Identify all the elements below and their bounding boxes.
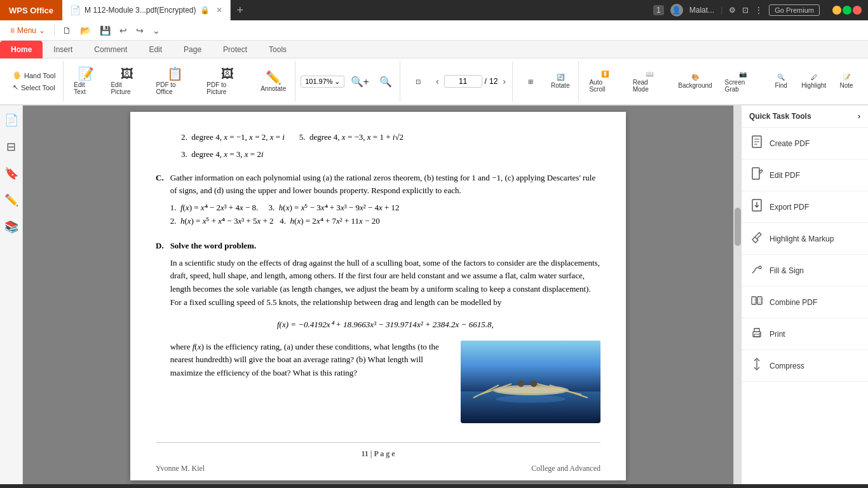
read-mode-label: Read Mode — [633, 79, 666, 93]
fit-page-icon: ⊡ — [416, 78, 421, 85]
export-pdf-item[interactable]: Export PDF — [742, 191, 868, 223]
view-group: ⊞ 🔄 Rotate — [514, 61, 579, 102]
menu-label: Menu — [17, 26, 36, 35]
redo-icon[interactable]: ↪ — [132, 23, 147, 38]
spread-view-button[interactable]: ⊞ — [518, 76, 543, 88]
save-icon[interactable]: 💾 — [96, 23, 114, 38]
edit-pdf-item[interactable]: Edit PDF — [742, 159, 868, 191]
footer-left: Yvonne M. Kiel — [156, 463, 205, 475]
zoom-in-button[interactable]: 🔍+ — [347, 74, 373, 89]
screen-grab-button[interactable]: 📷 Screen Grab — [720, 68, 766, 95]
auto-scroll-button[interactable]: ⏬ Auto Scroll — [584, 68, 625, 95]
page-number-input[interactable] — [444, 75, 482, 88]
create-pdf-label: Create PDF — [770, 139, 810, 148]
undo-redo-group: 🗋 📂 💾 ↩ ↪ ⌄ — [58, 23, 164, 38]
section-d-label: D. — [156, 240, 164, 423]
sidebar-thumbnail-icon[interactable]: ⊟ — [4, 137, 18, 156]
zoom-selector[interactable]: 101.97% ⌄ — [301, 76, 344, 88]
fit-page-button[interactable]: ⊡ — [405, 76, 431, 88]
edit-picture-label: Edit Picture — [111, 81, 143, 95]
search-icon: 🔍 — [777, 74, 785, 81]
fill-sign-label: Fill & Sign — [770, 266, 804, 275]
scrollbar-thumb[interactable] — [735, 208, 741, 246]
edit-text-icon: 📝 — [78, 67, 94, 80]
new-file-icon[interactable]: 🗋 — [58, 23, 75, 38]
document-tab[interactable]: 📄 M 112-Module 3...pdf(Encrypted) 🔒 ✕ — [62, 0, 230, 20]
add-tab-button[interactable]: + — [231, 4, 250, 17]
tab-close-icon[interactable]: ✕ — [216, 6, 222, 15]
go-premium-button[interactable]: Go Premium — [769, 4, 820, 16]
titlebar: WPS Office 📄 M 112-Module 3...pdf(Encryp… — [0, 0, 868, 20]
prev-page-button[interactable]: ‹ — [433, 75, 442, 88]
svg-point-10 — [496, 395, 566, 403]
print-item[interactable]: Print — [742, 318, 868, 350]
next-page-button[interactable]: › — [500, 75, 508, 88]
tab-tools[interactable]: Tools — [258, 41, 297, 58]
tab-insert[interactable]: Insert — [43, 41, 83, 58]
section-c-item2: 2. h(x) = x⁵ + x⁴ − 3x³ + 5x + 2 4. h(x)… — [170, 215, 600, 228]
section-c-item1: 1. f(x) = x⁴ − 2x³ + 4x − 8. 3. h(x) = x… — [170, 201, 600, 215]
create-pdf-item[interactable]: Create PDF — [742, 128, 868, 159]
menu-toggle[interactable]: ≡ Menu ⌄ — [5, 24, 50, 37]
edit-picture-button[interactable]: 🖼 Edit Picture — [105, 65, 148, 98]
zoom-value: 101.97% — [305, 78, 332, 85]
background-button[interactable]: 🎨 Background — [673, 71, 717, 92]
open-file-icon[interactable]: 📂 — [76, 23, 95, 38]
tab-edit[interactable]: Edit — [138, 41, 173, 58]
tab-encrypt-icon: 🔒 — [200, 6, 210, 15]
pdf-scroll-area[interactable]: 2. degree 4, x = −1, x = 2, x = i 5. deg… — [23, 105, 733, 484]
sidebar-annotation-icon[interactable]: ✏️ — [2, 191, 21, 210]
statusbar: ☰ ‹ « /12 › » 📋 👁 ⊡ ⊞ ▶ 📋 📋 📋 − + 102% ⛶ — [0, 484, 868, 488]
more-icon[interactable]: ⌄ — [149, 23, 164, 38]
maximize-button[interactable] — [843, 6, 851, 15]
quick-task-title: Quick Task Tools — [749, 112, 811, 121]
annotate-icon: ✏️ — [266, 71, 281, 84]
auto-scroll-label: Auto Scroll — [589, 79, 620, 93]
panel-expand-icon[interactable]: › — [858, 112, 860, 121]
pdf-to-picture-button[interactable]: 🖼 PDF to Picture — [201, 65, 253, 98]
annotate-button[interactable]: ✏️ Annotate — [255, 69, 291, 95]
zoom-out-button[interactable]: 🔍 — [376, 74, 396, 89]
tab-comment[interactable]: Comment — [83, 41, 138, 58]
hamburger-icon: ≡ — [10, 26, 15, 35]
minimize-button[interactable] — [832, 6, 841, 15]
sidebar-layer-icon[interactable]: 📚 — [2, 217, 21, 236]
combine-pdf-item[interactable]: 三三 Combine PDF — [742, 287, 868, 318]
select-tool-button[interactable]: ↖ Select Tool — [9, 82, 59, 93]
page-nav-group: ⊡ ‹ / 12 › — [402, 61, 513, 102]
highlight-button[interactable]: 🖊 Highlight — [796, 71, 831, 92]
wps-logo[interactable]: WPS Office — [0, 0, 62, 20]
sidebar-page-icon[interactable]: 📄 — [2, 111, 21, 130]
close-button[interactable] — [853, 6, 862, 15]
combine-pdf-label: Combine PDF — [770, 298, 817, 307]
section-d: D. Solve the word problem. In a scientif… — [156, 240, 600, 423]
user-avatar: 👤 — [670, 4, 683, 17]
undo-icon[interactable]: ↩ — [116, 23, 131, 38]
zoom-group: 101.97% ⌄ 🔍+ 🔍 — [297, 61, 400, 102]
footer-name-text: Yvonne M. Kiel College and Advanced — [156, 463, 600, 475]
find-button[interactable]: 🔍 Find — [768, 71, 794, 92]
edit-text-button[interactable]: 📝 Edit Text — [69, 65, 103, 98]
tab-page[interactable]: Page — [173, 41, 212, 58]
compress-item[interactable]: Compress — [742, 350, 868, 382]
read-mode-button[interactable]: 📖 Read Mode — [628, 68, 671, 95]
screen-grab-icon: 📷 — [739, 71, 747, 78]
hand-tool-button[interactable]: 🖐 Hand Tool — [9, 70, 59, 81]
note-button[interactable]: 📝 Note — [834, 71, 859, 92]
section-c-text: Gather information on each polynomial us… — [170, 172, 600, 198]
fill-sign-item[interactable]: Fill & Sign — [742, 255, 868, 287]
pdf-scrollbar[interactable] — [733, 105, 741, 484]
section-c-label: C. — [156, 172, 164, 228]
pdf-to-office-button[interactable]: 📋 PDF to Office — [151, 65, 200, 98]
footer-author: 11 | P a g e Yvonne M. Kiel College and … — [156, 448, 600, 475]
export-pdf-label: Export PDF — [770, 203, 809, 212]
export-pdf-icon — [750, 199, 763, 215]
highlight-markup-item[interactable]: Highlight & Markup — [742, 223, 868, 255]
chevron-down-icon: ⌄ — [39, 26, 45, 35]
screen-grab-label: Screen Grab — [725, 79, 761, 93]
tab-home[interactable]: Home — [0, 41, 43, 58]
tab-protect[interactable]: Protect — [212, 41, 258, 58]
highlight-label: Highlight — [801, 82, 826, 89]
rotate-button[interactable]: 🔄 Rotate — [546, 71, 574, 92]
sidebar-bookmark-icon[interactable]: 🔖 — [2, 164, 21, 183]
